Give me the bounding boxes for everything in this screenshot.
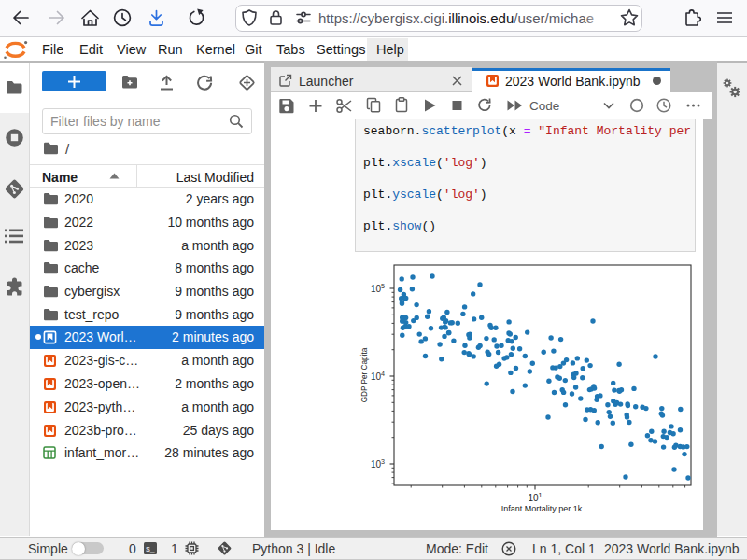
svg-text:GDP Per Capita: GDP Per Capita (360, 347, 369, 402)
svg-text:104: 104 (371, 370, 385, 382)
svg-text:$_: $_ (146, 545, 155, 553)
svg-text:103: 103 (371, 457, 385, 469)
svg-text:Code: Code (529, 99, 559, 113)
svg-text:105: 105 (371, 282, 385, 294)
svg-text:Infant Mortality per 1k: Infant Mortality per 1k (501, 504, 583, 513)
svg-text:101: 101 (528, 491, 542, 503)
